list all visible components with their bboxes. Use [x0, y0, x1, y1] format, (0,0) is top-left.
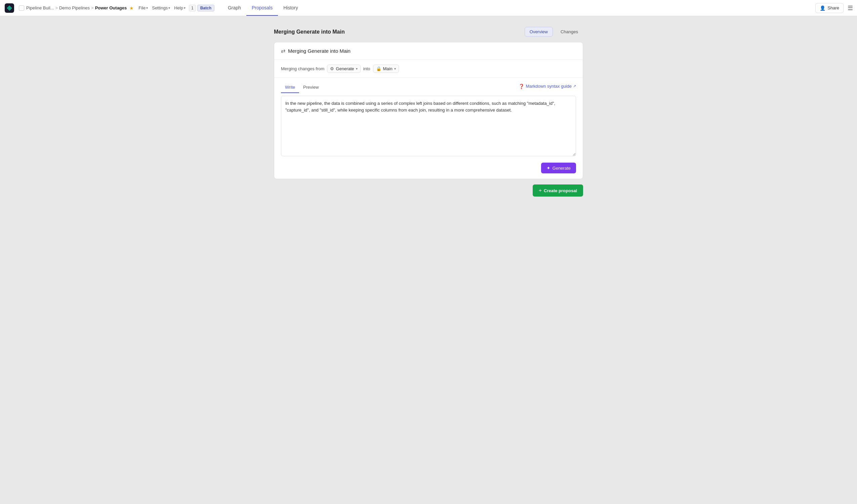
app-logo [4, 3, 15, 14]
write-preview-row: Write Preview ❓ Markdown syntax guide ↗ [274, 78, 583, 93]
proposal-card: ⇄ Merging Generate into Main Merging cha… [274, 42, 583, 179]
top-bar-right: 👤 Share ☰ [815, 3, 853, 13]
sparkle-icon: ✦ [547, 165, 551, 171]
counter-badge: 1 [189, 5, 196, 12]
create-proposal-button[interactable]: + Create proposal [533, 184, 583, 197]
help-icon: ❓ [519, 84, 524, 89]
breadcrumb-item-1[interactable]: Pipeline Buil... [26, 5, 54, 11]
proposal-header: Merging Generate into Main Overview Chan… [274, 27, 583, 37]
person-icon: 👤 [820, 5, 825, 11]
breadcrumb-sep-2: > [91, 5, 94, 11]
card-title: Merging Generate into Main [288, 48, 351, 54]
breadcrumb-current[interactable]: Power Outages [95, 5, 127, 11]
generate-button[interactable]: ✦ Generate [541, 163, 576, 173]
preview-tab[interactable]: Preview [299, 82, 323, 93]
top-bar: Pipeline Buil... > Demo Pipelines > Powe… [0, 0, 857, 16]
tab-proposals[interactable]: Proposals [246, 0, 278, 16]
star-icon[interactable]: ★ [129, 5, 134, 11]
merge-row: Merging changes from ⚙ Generate ▾ into 🔒… [274, 60, 583, 78]
tab-graph[interactable]: Graph [222, 0, 246, 16]
batch-badge[interactable]: Batch [197, 5, 214, 12]
changes-button[interactable]: Changes [556, 27, 583, 37]
settings-chevron-icon: ▾ [168, 6, 170, 10]
from-branch-chip[interactable]: ⚙ Generate ▾ [327, 65, 360, 73]
merge-icon: ⇄ [281, 48, 285, 54]
breadcrumb: Pipeline Buil... > Demo Pipelines > Powe… [19, 5, 134, 11]
overview-button[interactable]: Overview [525, 27, 553, 37]
into-label: into [363, 66, 370, 71]
file-menu: File ▾ Settings ▾ Help ▾ 1 Batch [136, 4, 214, 12]
from-branch-chevron-icon: ▾ [356, 67, 357, 70]
markdown-syntax-link[interactable]: ❓ Markdown syntax guide ↗ [519, 84, 576, 92]
settings-menu-item[interactable]: Settings ▾ [150, 4, 172, 12]
page-icon [19, 5, 24, 11]
help-chevron-icon: ▾ [184, 6, 186, 10]
textarea-wrapper [274, 93, 583, 163]
proposal-header-actions: Overview Changes [525, 27, 583, 37]
generate-row: ✦ Generate [274, 163, 583, 179]
description-textarea[interactable] [281, 96, 576, 156]
create-proposal-row: + Create proposal [274, 184, 583, 197]
file-chevron-icon: ▾ [146, 6, 148, 10]
nav-tabs: Graph Proposals History [222, 0, 303, 16]
write-tab[interactable]: Write [281, 82, 299, 93]
main-content: Merging Generate into Main Overview Chan… [0, 16, 857, 504]
branch-icon: ⚙ [330, 66, 334, 71]
to-branch-chip[interactable]: 🔒 Main ▾ [373, 65, 399, 73]
external-link-icon: ↗ [573, 84, 576, 88]
lock-icon: 🔒 [376, 66, 382, 71]
tab-history[interactable]: History [278, 0, 303, 16]
page-title: Merging Generate into Main [274, 29, 345, 35]
to-branch-chevron-icon: ▾ [394, 67, 396, 70]
share-button[interactable]: 👤 Share [815, 3, 843, 13]
svg-point-1 [9, 7, 11, 9]
plus-icon: + [539, 187, 542, 194]
breadcrumb-item-2[interactable]: Demo Pipelines [59, 5, 90, 11]
from-branch-label: Generate [336, 66, 354, 71]
to-branch-label: Main [383, 66, 392, 71]
write-preview-tabs: Write Preview [281, 82, 323, 93]
help-menu-item[interactable]: Help ▾ [172, 4, 187, 12]
file-menu-item[interactable]: File ▾ [136, 4, 150, 12]
hamburger-icon[interactable]: ☰ [847, 4, 853, 12]
card-title-row: ⇄ Merging Generate into Main [274, 42, 583, 60]
merge-from-label: Merging changes from [281, 66, 324, 71]
breadcrumb-sep-1: > [55, 5, 58, 11]
